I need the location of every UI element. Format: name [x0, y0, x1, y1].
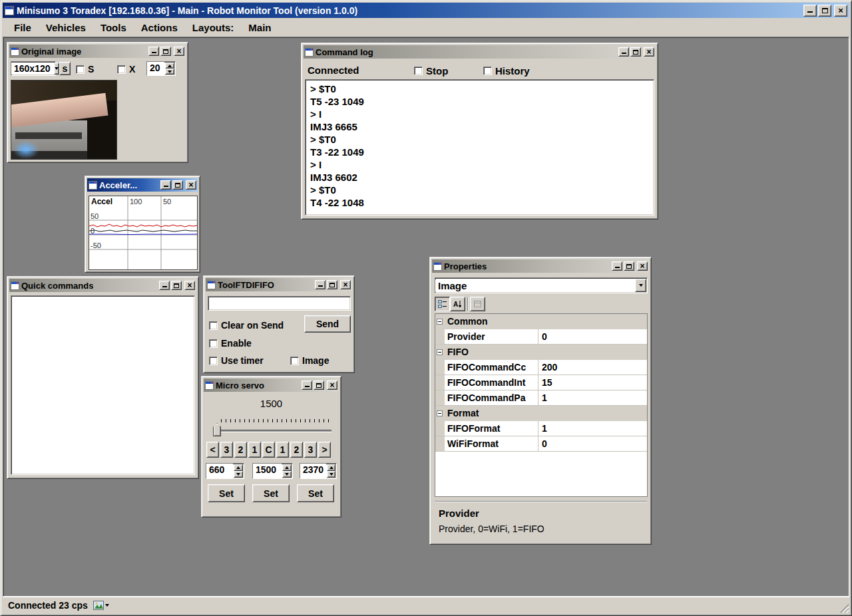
- spin-down-icon[interactable]: [282, 471, 292, 478]
- property-value[interactable]: 200: [538, 360, 647, 375]
- minimize-button[interactable]: [148, 47, 159, 56]
- clear-on-send-checkbox[interactable]: [209, 321, 218, 330]
- property-category-row[interactable]: Format: [435, 406, 647, 421]
- main-titlebar[interactable]: Minisumo 3 Toradex [192.168.0.36] - Main…: [3, 3, 849, 18]
- property-row[interactable]: FIFOCommandCc 200: [435, 360, 647, 375]
- spin-down-icon[interactable]: [165, 69, 174, 75]
- minimize-button[interactable]: [803, 5, 817, 17]
- property-row[interactable]: Provider 0: [435, 329, 647, 345]
- categorized-icon[interactable]: [435, 297, 450, 311]
- spin-up-icon[interactable]: [165, 63, 174, 69]
- set-mid-button[interactable]: Set: [252, 484, 290, 502]
- servo-max-spinner[interactable]: 2370: [300, 463, 337, 479]
- dropdown-arrow-icon[interactable]: [635, 279, 646, 292]
- close-button[interactable]: ×: [327, 381, 337, 390]
- resize-grip[interactable]: [840, 604, 849, 613]
- property-row[interactable]: FIFOCommandPa 1: [435, 390, 647, 406]
- collapse-icon[interactable]: [437, 410, 443, 416]
- x-checkbox[interactable]: [117, 65, 126, 74]
- servo-2-left-button[interactable]: 2: [234, 442, 247, 458]
- close-button[interactable]: ×: [637, 261, 648, 271]
- property-row[interactable]: FIFOFormat 1: [435, 421, 647, 436]
- close-button[interactable]: ×: [174, 47, 184, 56]
- properties-titlebar[interactable]: Properties ×: [432, 259, 649, 273]
- property-value[interactable]: 0: [538, 329, 647, 344]
- menu-actions[interactable]: Actions: [134, 19, 185, 36]
- interval-spinner[interactable]: 20: [146, 61, 176, 76]
- menu-layouts[interactable]: Layouts:: [185, 19, 242, 36]
- menu-vehicles[interactable]: Vehicles: [39, 19, 93, 36]
- s-button[interactable]: s: [59, 62, 71, 75]
- spin-up-icon[interactable]: [282, 464, 292, 471]
- close-button[interactable]: ×: [184, 281, 195, 290]
- slider-thumb[interactable]: [213, 423, 221, 436]
- maximize-button[interactable]: [160, 47, 171, 56]
- minimize-button[interactable]: [612, 261, 622, 271]
- property-value[interactable]: 0: [538, 436, 647, 451]
- image-checkbox[interactable]: [290, 357, 299, 365]
- quick-commands-list[interactable]: [11, 295, 195, 475]
- resolution-combobox[interactable]: 160x120: [11, 61, 56, 76]
- servo-3-right-button[interactable]: 3: [304, 442, 317, 458]
- collapse-icon[interactable]: [437, 349, 443, 355]
- spin-down-icon[interactable]: [234, 471, 243, 478]
- servo-3-left-button[interactable]: 3: [220, 442, 233, 458]
- maximize-button[interactable]: [630, 47, 641, 57]
- accelerometer-titlebar[interactable]: Acceler... ×: [87, 178, 198, 192]
- s-checkbox[interactable]: [76, 65, 85, 74]
- alphabetical-icon[interactable]: A: [450, 297, 465, 311]
- command-log-textarea[interactable]: > $T0 T5 -23 1049 > I IMJ3 6665 > $T0 T3…: [305, 79, 654, 216]
- spin-up-icon[interactable]: [234, 464, 243, 471]
- property-category-row[interactable]: FIFO: [435, 345, 647, 360]
- dropdown-arrow-icon[interactable]: [54, 63, 59, 75]
- micro-servo-titlebar[interactable]: Micro servo ×: [204, 379, 339, 392]
- servo-right-button[interactable]: >: [318, 442, 331, 458]
- maximize-button[interactable]: [818, 5, 831, 17]
- quick-commands-titlebar[interactable]: Quick commands ×: [9, 279, 196, 292]
- set-max-button[interactable]: Set: [297, 484, 334, 502]
- servo-center-button[interactable]: C: [262, 442, 275, 458]
- close-button[interactable]: ×: [186, 180, 196, 190]
- minimize-button[interactable]: [160, 180, 171, 190]
- set-min-button[interactable]: Set: [208, 484, 245, 502]
- property-value[interactable]: 1: [538, 421, 647, 436]
- servo-1-left-button[interactable]: 1: [248, 442, 261, 458]
- send-button[interactable]: Send: [304, 315, 351, 333]
- menu-tools[interactable]: Tools: [93, 19, 134, 36]
- status-image-dropdown[interactable]: [93, 601, 109, 610]
- collapse-icon[interactable]: [437, 319, 443, 325]
- servo-2-right-button[interactable]: 2: [290, 442, 303, 458]
- object-selector-combobox[interactable]: Image: [435, 277, 648, 293]
- minimize-button[interactable]: [302, 381, 312, 390]
- close-button[interactable]: ×: [644, 47, 654, 57]
- servo-left-button[interactable]: <: [206, 442, 219, 458]
- property-row[interactable]: WiFiFormat 0: [435, 436, 647, 452]
- enable-checkbox[interactable]: [209, 339, 218, 348]
- original-image-titlebar[interactable]: Original image ×: [9, 45, 186, 58]
- spin-up-icon[interactable]: [327, 464, 335, 471]
- spin-down-icon[interactable]: [327, 471, 335, 478]
- servo-1-right-button[interactable]: 1: [276, 442, 289, 458]
- minimize-button[interactable]: [618, 47, 629, 57]
- minimize-button[interactable]: [159, 281, 170, 290]
- toolftdififo-titlebar[interactable]: ToolFTDIFIFO ×: [206, 278, 352, 291]
- minimize-button[interactable]: [315, 280, 325, 289]
- property-value[interactable]: 1: [538, 390, 647, 405]
- close-button[interactable]: ×: [834, 5, 847, 17]
- servo-mid-spinner[interactable]: 1500: [252, 463, 293, 479]
- property-value[interactable]: 15: [538, 375, 647, 390]
- use-timer-checkbox[interactable]: [209, 357, 218, 365]
- maximize-button[interactable]: [171, 281, 182, 290]
- slider-track[interactable]: [217, 430, 331, 432]
- menu-file[interactable]: File: [7, 19, 39, 36]
- command-input[interactable]: [208, 297, 350, 310]
- maximize-button[interactable]: [172, 180, 183, 190]
- maximize-button[interactable]: [624, 261, 634, 271]
- stop-checkbox[interactable]: [414, 67, 423, 75]
- servo-min-spinner[interactable]: 660: [206, 463, 244, 479]
- maximize-button[interactable]: [327, 280, 337, 289]
- menu-main[interactable]: Main: [241, 19, 278, 36]
- command-log-titlebar[interactable]: Command log ×: [304, 45, 656, 59]
- property-row[interactable]: FIFOCommandInt 15: [435, 375, 647, 390]
- maximize-button[interactable]: [314, 381, 324, 390]
